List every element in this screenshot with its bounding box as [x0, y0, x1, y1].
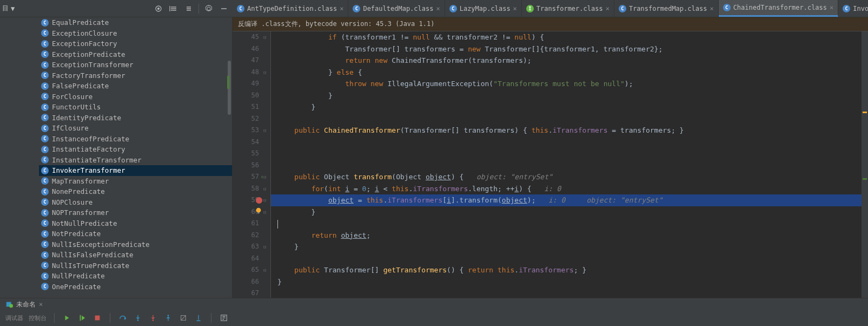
expand-all-icon[interactable] [168, 3, 179, 14]
fold-handle[interactable]: ⊟ [263, 70, 269, 75]
fold-handle[interactable]: ⊟ [263, 244, 269, 250]
close-icon[interactable]: × [436, 5, 440, 12]
line-number[interactable]: 62 [233, 230, 259, 242]
line-number[interactable]: 59 [233, 194, 259, 206]
editor-tab[interactable]: CInvokerTransformer.× [838, 0, 868, 17]
tree-item[interactable]: CEqualPredicate [39, 17, 232, 28]
tree-item[interactable]: CExceptionTransformer [39, 60, 232, 70]
code-line[interactable]: } else { [271, 67, 868, 79]
tree-item[interactable]: CExceptionFactory [39, 38, 232, 49]
line-number[interactable]: 55 [233, 148, 259, 160]
minimize-icon[interactable] [218, 3, 229, 14]
tree-item[interactable]: CNonePredicate [39, 186, 232, 197]
line-number[interactable]: 54 [233, 136, 259, 148]
line-number[interactable]: 50 [233, 90, 259, 102]
console-tab-label[interactable]: 控制台 [29, 314, 47, 322]
line-number[interactable]: 63 [233, 241, 259, 253]
breakpoint-icon[interactable] [256, 197, 262, 204]
code-line[interactable] [271, 160, 868, 172]
code-line[interactable]: Transformer[] transformers = new Transfo… [271, 43, 868, 55]
line-number[interactable]: 52 [233, 113, 259, 125]
line-number[interactable]: 45 [233, 31, 259, 43]
code-line[interactable]: if (transformer1 != null && transformer2… [271, 31, 868, 43]
fold-handle[interactable]: ⊟ [263, 186, 269, 192]
rerun-icon[interactable] [62, 313, 72, 323]
code-line[interactable]: return new ChainedTransformer(transforme… [271, 55, 868, 67]
line-number[interactable]: 47 [233, 55, 259, 67]
tree-item[interactable]: CIdentityPredicate [39, 113, 232, 123]
code-line[interactable]: } [271, 101, 868, 113]
code-line[interactable]: object = this.iTransformers[i].transform… [271, 194, 868, 206]
error-stripe[interactable] [862, 31, 868, 298]
fold-handle[interactable]: ⊟ [263, 268, 269, 273]
tree-item[interactable]: CInvokerTransformer [39, 165, 232, 176]
line-number[interactable]: 66 [233, 276, 259, 288]
code-line[interactable]: return object; [271, 230, 868, 242]
line-number[interactable]: 53 [233, 125, 259, 136]
tree-item[interactable]: CNOPTransformer [39, 207, 232, 218]
tree-item[interactable]: CNotNullPredicate [39, 218, 232, 229]
gear-icon[interactable] [203, 3, 214, 14]
line-number[interactable]: 61 [233, 218, 259, 230]
fold-column[interactable]: ⊟⊟⊟⊟⊟⊟⊟⊟⊟ [262, 31, 271, 298]
code-line[interactable]: public Object transform(Object object) {… [271, 171, 868, 183]
line-number[interactable]: 65 [233, 264, 259, 276]
code-line[interactable] [271, 113, 868, 125]
code-content[interactable]: if (transformer1 != null && transformer2… [271, 31, 868, 298]
close-icon[interactable]: × [39, 301, 43, 308]
stripe-edit-mark[interactable] [863, 178, 867, 180]
tree-item[interactable]: CMapTransformer [39, 176, 232, 187]
debugger-tab-label[interactable]: 调试器 [5, 314, 23, 322]
code-line[interactable]: } [271, 206, 868, 218]
force-step-into-icon[interactable] [148, 313, 158, 323]
stop-icon[interactable] [92, 313, 102, 323]
tree-item[interactable]: CFalsePredicate [39, 81, 232, 92]
line-number[interactable]: 58 [233, 183, 259, 195]
editor-tab[interactable]: CTransformedMap.class× [614, 0, 719, 17]
tree-item[interactable]: CFactoryTransformer [39, 70, 232, 81]
close-icon[interactable]: × [710, 5, 713, 12]
code-line[interactable] [271, 218, 868, 230]
menu-label[interactable]: 目 ▼ [2, 4, 15, 13]
tree-item[interactable]: CInstanceofPredicate [39, 134, 232, 145]
line-number[interactable]: 49 [233, 78, 259, 90]
line-number[interactable]: 56 [233, 160, 259, 172]
fold-handle[interactable]: ⊟ [263, 174, 269, 180]
code-line[interactable]: for(int i = 0; i < this.iTransformers.le… [271, 183, 868, 195]
intention-bulb-icon[interactable] [255, 206, 262, 214]
code-line[interactable]: } [271, 90, 868, 102]
project-tree[interactable]: CEqualPredicateCExceptionClosureCExcepti… [0, 17, 233, 298]
run-configuration-tab[interactable]: 未命名 × [0, 298, 868, 310]
code-line[interactable] [271, 148, 868, 160]
code-line[interactable]: } [271, 241, 868, 253]
tree-item[interactable]: CInstantiateTransformer [39, 155, 232, 166]
line-number[interactable]: 46 [233, 43, 259, 55]
code-line[interactable] [271, 253, 868, 265]
tree-item[interactable]: CNullIsExceptionPredicate [39, 239, 232, 250]
tree-item[interactable]: COnePredicate [39, 282, 232, 292]
fold-handle[interactable]: ⊟ [263, 210, 269, 215]
close-icon[interactable]: × [513, 5, 517, 12]
code-line[interactable]: public Transformer[] getTransformers() {… [271, 264, 868, 276]
line-number[interactable]: 48 [233, 67, 259, 79]
fold-handle[interactable]: ⊟ [263, 198, 269, 203]
line-number[interactable]: 64 [233, 253, 259, 265]
editor-tab[interactable]: CDefaultedMap.class× [348, 0, 445, 17]
tree-item[interactable]: CIfClosure [39, 123, 232, 134]
editor-tab[interactable]: CChainedTransformer.class× [719, 0, 839, 17]
code-line[interactable] [271, 288, 868, 298]
line-number[interactable]: 51 [233, 101, 259, 113]
drop-frame-icon[interactable] [178, 313, 188, 323]
tree-item[interactable]: CNullIsFalsePredicate [39, 250, 232, 260]
step-into-icon[interactable] [133, 313, 143, 323]
fold-handle[interactable]: ⊟ [263, 128, 269, 133]
code-line[interactable]: } [271, 276, 868, 288]
tree-item[interactable]: CFunctorUtils [39, 102, 232, 113]
gutter[interactable]: 45464748495051525354555657 ▸585960616263… [233, 31, 262, 298]
evaluate-icon[interactable] [219, 313, 229, 323]
code-line[interactable]: throw new IllegalArgumentException("Tran… [271, 78, 868, 90]
editor-tab[interactable]: ITransformer.class× [522, 0, 614, 17]
tree-item[interactable]: CForClosure [39, 92, 232, 102]
tree-item[interactable]: CExceptionClosure [39, 28, 232, 39]
step-out-icon[interactable] [163, 313, 173, 323]
